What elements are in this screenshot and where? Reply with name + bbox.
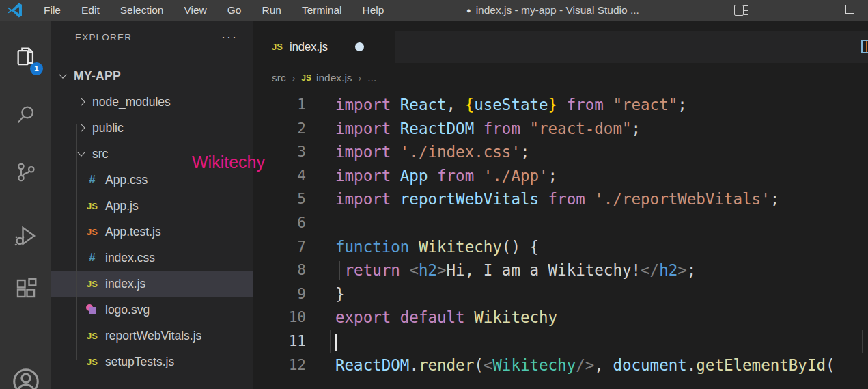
tree-item-label: reportWebVitals.js bbox=[105, 329, 201, 343]
code-line-9[interactable]: 9} bbox=[253, 282, 868, 306]
explorer-icon[interactable]: 1 bbox=[0, 36, 51, 77]
js-test-file-icon: JS bbox=[85, 227, 99, 237]
js-file-icon: JS bbox=[270, 42, 284, 52]
tree-item-app.js[interactable]: JSApp.js bbox=[51, 193, 253, 219]
menu-selection[interactable]: Selection bbox=[110, 0, 174, 21]
tree-item-reportwebvitals.js[interactable]: JSreportWebVitals.js bbox=[51, 323, 253, 349]
line-number: 11 bbox=[253, 330, 335, 353]
code-line-11[interactable]: 11 bbox=[253, 330, 868, 353]
line-number: 5 bbox=[253, 187, 335, 211]
code-text: import './index.css'; bbox=[335, 140, 868, 164]
tree-item-node_modules[interactable]: node_modules bbox=[51, 89, 253, 115]
code-text: } bbox=[335, 282, 868, 306]
line-number: 2 bbox=[253, 117, 335, 141]
code-line-5[interactable]: 5import reportWebVitals from './reportWe… bbox=[253, 187, 868, 211]
tree-item-label: index.js bbox=[105, 277, 145, 291]
customize-layout-icon[interactable] bbox=[734, 5, 744, 16]
workspace-root-my-app[interactable]: MY-APP bbox=[51, 63, 253, 89]
tree-item-label: setupTests.js bbox=[105, 355, 174, 369]
menu-go[interactable]: Go bbox=[217, 0, 252, 21]
line-number: 6 bbox=[253, 211, 335, 235]
code-line-10[interactable]: 10export default Wikitechy bbox=[253, 306, 868, 330]
menu-edit[interactable]: Edit bbox=[71, 0, 110, 21]
code-line-6[interactable]: 6 bbox=[253, 211, 868, 235]
code-line-12[interactable]: 12ReactDOM.render(<Wikitechy/>, document… bbox=[253, 353, 868, 377]
line-number: 10 bbox=[253, 306, 335, 330]
explorer-header: EXPLORER ··· bbox=[51, 21, 253, 53]
line-number: 1 bbox=[253, 93, 335, 117]
more-actions-icon[interactable]: ··· bbox=[221, 33, 238, 40]
tree-item-label: MY-APP bbox=[74, 69, 121, 83]
line-number: 9 bbox=[253, 282, 335, 306]
code-text: function Wikitechy() { bbox=[335, 235, 868, 259]
minimize-icon[interactable] bbox=[791, 10, 801, 10]
window-title: ●index.js - my-app - Visual Studio ... bbox=[466, 0, 639, 21]
js-file-icon: JS bbox=[85, 201, 99, 211]
code-line-1[interactable]: 1import React, {useState} from "react"; bbox=[253, 93, 868, 117]
line-number: 3 bbox=[253, 140, 335, 164]
extensions-icon[interactable] bbox=[0, 268, 51, 309]
explorer-sidebar: EXPLORER ··· MY-APPnode_modulespublicsrc… bbox=[51, 21, 253, 389]
menu-view[interactable]: View bbox=[173, 0, 216, 21]
code-text: export default Wikitechy bbox=[335, 306, 868, 330]
chevron-down-icon bbox=[77, 148, 85, 156]
code-text: import React, {useState} from "react"; bbox=[335, 93, 868, 117]
code-text bbox=[335, 211, 868, 235]
source-control-icon[interactable] bbox=[0, 152, 51, 193]
tree-item-label: App.css bbox=[105, 173, 148, 187]
js-file-icon: JS bbox=[85, 279, 99, 289]
tree-item-label: index.css bbox=[105, 251, 155, 265]
svg-file-icon bbox=[85, 304, 99, 316]
tab-indexjs[interactable]: JS index.js bbox=[253, 31, 395, 63]
chevron-right-icon bbox=[77, 124, 85, 131]
vscode-window: FileEditSelectionViewGoRunTerminalHelp ●… bbox=[0, 0, 868, 389]
code-text: return <h2>Hi, I am a Wikitechy!</h2>; bbox=[335, 258, 868, 282]
account-icon[interactable] bbox=[0, 361, 51, 389]
tree-item-app.test.js[interactable]: JSApp.test.js bbox=[51, 219, 253, 245]
watermark-text: Wikitechy bbox=[192, 152, 265, 172]
menu-help[interactable]: Help bbox=[352, 0, 395, 21]
chevron-right-icon: › bbox=[359, 72, 362, 83]
vscode-logo-icon bbox=[6, 1, 24, 19]
tree-item-logo.svg[interactable]: logo.svg bbox=[51, 297, 253, 323]
text-cursor bbox=[335, 334, 337, 351]
menu-file[interactable]: File bbox=[33, 0, 71, 21]
activity-bar: 1 bbox=[0, 21, 51, 389]
tab-bar: JS index.js bbox=[253, 31, 868, 63]
split-editor-icon[interactable] bbox=[861, 40, 868, 53]
tree-item-label: src bbox=[92, 147, 108, 161]
search-icon[interactable] bbox=[0, 94, 51, 135]
tree-item-index.css[interactable]: #index.css bbox=[51, 245, 253, 271]
code-line-8[interactable]: 8 return <h2>Hi, I am a Wikitechy!</h2>; bbox=[253, 258, 868, 282]
explorer-title: EXPLORER bbox=[75, 32, 221, 42]
tree-item-public[interactable]: public bbox=[51, 115, 253, 141]
tab-modified-dot[interactable] bbox=[355, 42, 364, 51]
code-line-7[interactable]: 7function Wikitechy() { bbox=[253, 235, 868, 259]
chevron-right-icon bbox=[77, 98, 85, 105]
tree-item-label: public bbox=[92, 121, 124, 135]
code-line-2[interactable]: 2import ReactDOM from "react-dom"; bbox=[253, 117, 868, 141]
breadcrumb-file[interactable]: index.js bbox=[316, 72, 352, 84]
code-editor[interactable]: 1import React, {useState} from "react";2… bbox=[253, 93, 868, 377]
tab-label: index.js bbox=[290, 40, 328, 53]
breadcrumb-folder[interactable]: src bbox=[272, 72, 286, 84]
menubar: FileEditSelectionViewGoRunTerminalHelp bbox=[33, 0, 394, 21]
tree-item-setuptests.js[interactable]: JSsetupTests.js bbox=[51, 349, 253, 375]
tree-item-label: App.js bbox=[105, 199, 139, 213]
code-line-4[interactable]: 4import App from './App'; bbox=[253, 164, 868, 188]
run-debug-icon[interactable] bbox=[0, 215, 51, 256]
tree-item-label: logo.svg bbox=[105, 303, 150, 317]
code-text: import ReactDOM from "react-dom"; bbox=[335, 117, 868, 141]
code-text: import App from './App'; bbox=[335, 164, 868, 188]
tree-item-index.js[interactable]: JSindex.js bbox=[51, 271, 253, 297]
code-line-3[interactable]: 3import './index.css'; bbox=[253, 140, 868, 164]
breadcrumb-symbol[interactable]: ... bbox=[367, 72, 376, 84]
css-file-icon: # bbox=[85, 251, 99, 265]
menu-run[interactable]: Run bbox=[251, 0, 291, 21]
line-number: 8 bbox=[253, 258, 335, 282]
maximize-icon[interactable] bbox=[845, 5, 854, 14]
line-number: 12 bbox=[253, 353, 335, 377]
explorer-badge: 1 bbox=[30, 62, 43, 75]
editor-group: JS index.js src › JS index.js › ... 1imp… bbox=[253, 21, 868, 389]
menu-terminal[interactable]: Terminal bbox=[292, 0, 352, 21]
